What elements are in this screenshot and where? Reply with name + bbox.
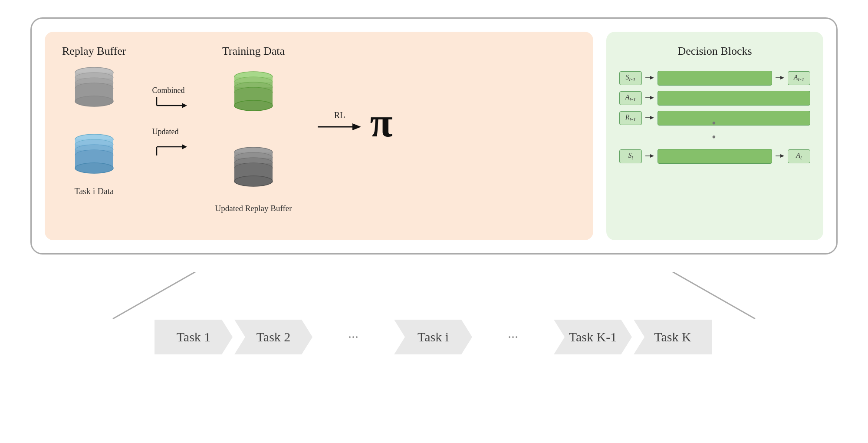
- decision-blocks-title: Decision Blocks: [619, 45, 810, 58]
- small-arrow-out-1: [776, 74, 784, 82]
- bottom-section: Task 1 Task 2 ··· Task i ··· Task K-1 Ta…: [30, 272, 838, 354]
- small-arrow-out-bottom: [776, 152, 784, 160]
- task-i-data-label: Task i Data: [74, 186, 114, 196]
- rl-label: RL: [334, 110, 345, 120]
- main-container: Replay Buffer: [30, 17, 838, 255]
- output-label-at1: At-1: [788, 71, 810, 85]
- replay-buffer-title: Replay Buffer: [62, 45, 126, 58]
- updated-label: Updated: [152, 127, 179, 136]
- svg-line-57: [673, 272, 755, 319]
- svg-marker-20: [182, 103, 187, 108]
- decision-row-bottom: St At: [619, 149, 810, 164]
- task-dots-2: ···: [474, 320, 552, 354]
- svg-line-56: [113, 272, 195, 319]
- svg-marker-45: [650, 76, 654, 79]
- task-bar: Task 1 Task 2 ··· Task i ··· Task K-1 Ta…: [30, 320, 838, 354]
- decision-bar-1: [658, 71, 772, 86]
- output-label-at: At: [788, 149, 810, 163]
- right-panel: Decision Blocks St-1: [606, 32, 823, 240]
- input-label-st1: St-1: [619, 71, 642, 85]
- task-item-k1: Task K-1: [554, 320, 632, 354]
- decision-bar-3: [658, 111, 810, 126]
- rl-arrow: [318, 120, 361, 135]
- gray-cylinder: [75, 66, 114, 116]
- svg-point-41: [234, 176, 273, 186]
- svg-point-32: [234, 100, 273, 111]
- svg-point-8: [75, 96, 113, 106]
- task-item-k: Task K: [634, 320, 712, 354]
- input-label-at1: At-1: [619, 91, 642, 105]
- small-arrow-bottom: [645, 152, 654, 160]
- decision-bar-2: [658, 91, 810, 106]
- svg-marker-43: [352, 123, 361, 130]
- small-arrow-3: [645, 114, 654, 122]
- left-panel: Replay Buffer: [45, 32, 593, 240]
- svg-marker-49: [650, 96, 654, 99]
- task-item-1: Task 1: [155, 320, 233, 354]
- input-label-st: St: [619, 149, 642, 163]
- small-arrow-2: [645, 94, 654, 102]
- svg-marker-51: [650, 116, 654, 119]
- decision-bar-bottom: [658, 149, 772, 164]
- pi-symbol: π: [370, 102, 392, 143]
- green-cylinder: [234, 71, 273, 120]
- svg-marker-55: [780, 154, 784, 158]
- svg-marker-47: [780, 76, 784, 79]
- updated-buffer-label: Updated Replay Buffer: [215, 204, 292, 213]
- svg-point-17: [75, 163, 113, 173]
- combined-label: Combined: [152, 86, 185, 95]
- training-data-title: Training Data: [222, 45, 285, 58]
- small-arrow-1: [645, 74, 654, 82]
- updated-gray-cylinder: [234, 146, 273, 196]
- decision-row-1: St-1 At-1: [619, 71, 810, 86]
- task-item-2: Task 2: [234, 320, 312, 354]
- decision-row-2: At-1: [619, 91, 810, 106]
- decision-rows: St-1 At-1 At-1: [619, 71, 810, 164]
- svg-marker-23: [182, 144, 187, 149]
- blue-cylinder: [75, 133, 114, 183]
- connector-svg: [30, 272, 838, 320]
- input-label-rt1: Rt-1: [619, 111, 642, 125]
- task-dots-1: ···: [314, 320, 392, 354]
- svg-marker-53: [650, 154, 654, 158]
- task-item-i: Task i: [394, 320, 472, 354]
